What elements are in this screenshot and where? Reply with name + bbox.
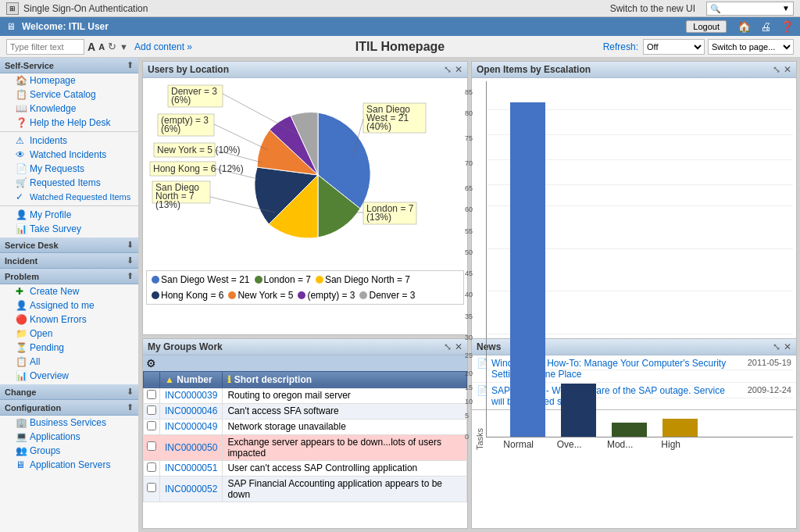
legend-denver: Denver = 3 xyxy=(359,290,415,301)
legend-san-diego-north: San Diego North = 7 xyxy=(316,274,410,285)
bar-moderate xyxy=(612,81,647,437)
row-checkbox[interactable] xyxy=(147,483,156,492)
search-input[interactable] xyxy=(710,4,780,13)
svg-text:(6%): (6%) xyxy=(171,95,191,105)
filter-input[interactable] xyxy=(6,39,84,55)
sidebar-item-my-profile[interactable]: 👤 My Profile xyxy=(0,208,138,222)
bar-chart-inner: 85 80 75 70 65 60 55 50 45 40 35 30 25 2… xyxy=(486,81,793,450)
sidebar-section-incident[interactable]: Incident ⬇ xyxy=(0,253,138,269)
sidebar-item-homepage[interactable]: 🏠 Homepage xyxy=(0,73,138,87)
search-dropdown-icon[interactable]: ▼ xyxy=(782,4,790,12)
sidebar-item-open[interactable]: 📁 Open xyxy=(0,327,138,341)
incidents-icon: ⚠ xyxy=(16,135,27,146)
sidebar-item-knowledge[interactable]: 📖 Knowledge xyxy=(0,102,138,116)
add-content-link[interactable]: Add content » xyxy=(134,41,192,52)
groups-work-icons: ⤡ ✕ xyxy=(444,341,462,352)
content-area: Users by Location ⤡ ✕ xyxy=(139,58,800,532)
row-checkbox[interactable] xyxy=(147,405,156,415)
x-label-normal: Normal xyxy=(501,439,536,450)
sidebar-item-take-survey[interactable]: 📊 Take Survey xyxy=(0,222,138,236)
row-checkbox[interactable] xyxy=(147,421,156,430)
sidebar-item-create-new[interactable]: ✚ Create New xyxy=(0,284,138,298)
groups-work-title: My Groups Work xyxy=(148,341,223,352)
expand-icon3: ⬇ xyxy=(127,387,134,397)
welcome-text: Welcome: ITIL User xyxy=(22,21,680,32)
sidebar-item-help-desk[interactable]: ❓ Help the Help Desk xyxy=(0,116,138,130)
sidebar-item-all[interactable]: 📋 All xyxy=(0,355,138,369)
legend-hong-kong: Hong Kong = 6 xyxy=(152,290,223,301)
escalation-title: Open Items by Escalation xyxy=(477,64,591,75)
incident-link[interactable]: INC0000046 xyxy=(165,405,217,416)
sidebar-item-watched-requested[interactable]: ✓ Watched Requested Items xyxy=(0,190,138,204)
sidebar-item-known-errors[interactable]: 🔴 Known Errors xyxy=(0,312,138,327)
logout-button[interactable]: Logout xyxy=(686,20,727,33)
sidebar-item-watched-incidents[interactable]: 👁 Watched Incidents xyxy=(0,148,138,162)
menu-icon: 🖥 xyxy=(6,21,16,32)
gear-icon[interactable]: ⚙ xyxy=(146,357,156,370)
switch-page-select[interactable]: Switch to page... xyxy=(708,39,794,55)
sidebar-item-requested-items[interactable]: 🛒 Requested Items xyxy=(0,176,138,190)
groups-work-content: ⚙ ▲ Number ℹ Short description xyxy=(143,355,467,502)
refresh-icon[interactable]: ↻ xyxy=(108,41,116,52)
print-icon[interactable]: 🖨 xyxy=(760,20,771,33)
page-title: ITIL Homepage xyxy=(355,40,445,54)
sidebar-item-applications[interactable]: 💻 Applications xyxy=(0,430,138,444)
sidebar-section-change[interactable]: Change ⬇ xyxy=(0,384,138,400)
incident-link[interactable]: INC0000051 xyxy=(165,462,217,473)
sidebar-section-problem[interactable]: Problem ⬆ xyxy=(0,269,138,284)
title-bar: ⊞ Single Sign-On Authentication Switch t… xyxy=(0,0,800,17)
row-checkbox[interactable] xyxy=(147,390,156,399)
known-errors-icon: 🔴 xyxy=(16,314,27,325)
escalation-minimize-icon[interactable]: ⤡ xyxy=(773,64,780,75)
escalation-panel-header: Open Items by Escalation ⤡ ✕ xyxy=(472,62,796,78)
escalation-close-icon[interactable]: ✕ xyxy=(784,64,791,75)
row-checkbox[interactable] xyxy=(147,441,156,451)
sidebar-item-overview[interactable]: 📊 Overview xyxy=(0,369,138,383)
legend-empty: (empty) = 3 xyxy=(298,290,355,301)
y-tick-40: 40 xyxy=(465,291,473,298)
sidebar-item-incidents[interactable]: ⚠ Incidents xyxy=(0,134,138,148)
y-tick-0: 0 xyxy=(465,433,469,441)
svg-text:New York = 5 (10%): New York = 5 (10%) xyxy=(157,145,240,155)
sidebar-item-groups[interactable]: 👥 Groups xyxy=(0,444,138,458)
home-icon[interactable]: 🏠 xyxy=(738,20,751,33)
svg-text:(6%): (6%) xyxy=(161,123,180,134)
groups-minimize-icon[interactable]: ⤡ xyxy=(444,341,452,352)
y-tick-20: 20 xyxy=(465,370,473,377)
close-icon[interactable]: ✕ xyxy=(455,64,462,75)
legend-new-york: New York = 5 xyxy=(228,290,293,301)
svg-text:(13%): (13%) xyxy=(366,212,391,223)
incident-link[interactable]: INC0000049 xyxy=(165,421,217,432)
all-icon: 📋 xyxy=(16,356,27,367)
incident-link[interactable]: INC0000050 xyxy=(165,442,217,453)
refresh-select[interactable]: Off 30 seconds 1 minute xyxy=(643,39,705,55)
sidebar-item-pending[interactable]: ⏳ Pending xyxy=(0,341,138,355)
dropdown-icon[interactable]: ▼ xyxy=(120,42,128,52)
sidebar-section-configuration[interactable]: Configuration ⬆ xyxy=(0,400,138,416)
font-small-icon[interactable]: A xyxy=(98,42,105,52)
escalation-panel-content: Tasks 85 80 75 70 65 60 55 50 45 40 xyxy=(472,78,796,453)
help-icon[interactable]: ❓ xyxy=(780,20,794,33)
col-checkbox xyxy=(144,371,160,387)
sidebar-section-service-desk[interactable]: Service Desk ⬇ xyxy=(0,237,138,253)
col-desc-header[interactable]: ℹ Short description xyxy=(223,371,467,387)
row-checkbox[interactable] xyxy=(147,462,156,472)
pie-chart-svg: Denver = 3 (6%) (empty) = 3 (6%) New Yor… xyxy=(146,81,443,269)
minimize-icon[interactable]: ⤡ xyxy=(444,64,452,75)
sidebar-item-my-requests[interactable]: 📄 My Requests xyxy=(0,162,138,176)
sidebar-item-assigned-to-me[interactable]: 👤 Assigned to me xyxy=(0,298,138,312)
incident-link[interactable]: INC0000039 xyxy=(165,390,217,401)
incident-desc: User can't access SAP Controlling applic… xyxy=(223,460,467,476)
sidebar-item-app-servers[interactable]: 🖥 Application Servers xyxy=(0,458,138,472)
sidebar-item-service-catalog[interactable]: 📋 Service Catalog xyxy=(0,87,138,102)
groups-close-icon[interactable]: ✕ xyxy=(455,341,462,352)
table-row: INC0000046 Can't access SFA software xyxy=(144,403,467,419)
sidebar-item-business-services[interactable]: 🏢 Business Services xyxy=(0,416,138,430)
col-number-header[interactable]: ▲ Number xyxy=(160,371,223,387)
incident-link[interactable]: INC0000052 xyxy=(165,484,217,495)
sidebar-section-self-service[interactable]: Self-Service ⬆ xyxy=(0,58,138,73)
table-row: INC0000052 SAP Financial Accounting appl… xyxy=(144,476,467,502)
incident-desc: Can't access SFA software xyxy=(223,403,467,419)
x-axis-labels: Normal Ove... Mod... High xyxy=(486,437,793,450)
font-large-icon[interactable]: A xyxy=(88,41,95,53)
